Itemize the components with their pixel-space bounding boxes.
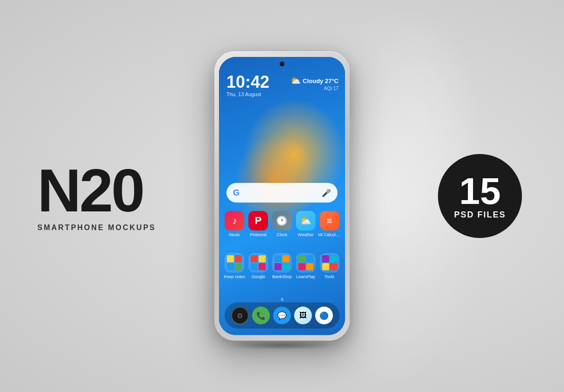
folder-bankshop[interactable]: BankShop	[271, 253, 293, 279]
google-logo: G	[233, 188, 240, 198]
dock-phone[interactable]: 📞	[252, 307, 270, 324]
folder-google[interactable]: Google	[247, 253, 269, 279]
app-icon-pinterest: P	[248, 211, 268, 231]
right-badge-block: 15 PSD FILES	[438, 154, 522, 238]
folder-label-learnplay: LearnPlay	[296, 274, 316, 279]
phone-body: 10:42 Thu, 13 August ⛅ Cloudy 27°C AQI 1…	[214, 51, 350, 341]
folder-learnplay[interactable]: LearnPlay	[295, 253, 317, 279]
app-item-weather[interactable]: ⛅ Weather	[295, 211, 317, 237]
dock-camera[interactable]: ⊙	[231, 307, 249, 324]
badge-number: 15	[459, 173, 501, 210]
app-label-clock: Clock	[271, 232, 293, 237]
power-button	[350, 117, 351, 142]
apps-row: ♪ Music P Pinterest 🕐 Clock	[223, 211, 341, 237]
app-icon-calc: ≡	[320, 211, 339, 231]
folder-icon-tools	[320, 253, 339, 273]
front-camera	[280, 62, 284, 66]
folder-label-bankshop: BankShop	[272, 274, 292, 279]
weather-aqi: AQI 17	[290, 86, 338, 91]
swipe-indicator: ∧	[280, 296, 284, 302]
product-subtitle: SMARTPHONE MOCKUPS	[37, 224, 156, 232]
dock-chrome[interactable]: 🔵	[315, 307, 333, 324]
phone-shadow	[228, 341, 336, 350]
folder-keepnotes[interactable]: Keep notes	[223, 253, 246, 279]
dock-gallery[interactable]: 🖼	[294, 307, 312, 324]
app-label-music: Music	[223, 232, 246, 237]
app-item-music[interactable]: ♪ Music	[223, 211, 246, 237]
app-label-weather: Weather	[295, 232, 317, 237]
folder-icon-learnplay	[296, 253, 316, 273]
time-block: 10:42 Thu, 13 August	[226, 74, 269, 97]
folder-icon-google	[248, 253, 268, 273]
clock-date: Thu, 13 August	[226, 91, 269, 97]
folders-row: Keep notes Google	[223, 253, 341, 279]
folder-label-keepnotes: Keep notes	[224, 274, 246, 279]
weather-block: ⛅ Cloudy 27°C AQI 17	[290, 76, 338, 91]
volume-button	[350, 149, 351, 168]
dock: ⊙ 📞 💬 🖼 🔵	[225, 302, 339, 329]
folder-label-tools: Tools	[324, 274, 334, 279]
app-item-pinterest[interactable]: P Pinterest	[247, 211, 269, 237]
app-label-calc: Mi Calcula...	[318, 232, 341, 237]
phone-wrapper: 10:42 Thu, 13 August ⛅ Cloudy 27°C AQI 1…	[214, 51, 350, 341]
product-name: N20	[37, 160, 156, 221]
app-item-clock[interactable]: 🕐 Clock	[271, 211, 293, 237]
folder-tools[interactable]: Tools	[318, 253, 341, 279]
dock-messages[interactable]: 💬	[273, 307, 291, 324]
left-title-block: N20 SMARTPHONE MOCKUPS	[37, 160, 156, 232]
weather-icon: ⛅	[290, 76, 301, 86]
search-bar[interactable]: G 🎤	[226, 183, 338, 203]
folder-label-google: Google	[252, 274, 265, 279]
clock-time: 10:42	[226, 74, 269, 91]
badge-label: PSD FILES	[454, 210, 506, 220]
app-icon-clock: 🕐	[272, 211, 292, 231]
folder-icon-bankshop	[272, 253, 292, 273]
app-icon-weather: ⛅	[296, 211, 316, 231]
weather-temp: Cloudy 27°C	[303, 77, 338, 84]
weather-row: ⛅ Cloudy 27°C	[290, 76, 338, 86]
app-item-calc[interactable]: ≡ Mi Calcula...	[318, 211, 341, 237]
app-icon-music: ♪	[225, 211, 244, 231]
app-label-pinterest: Pinterest	[247, 232, 269, 237]
badge-circle: 15 PSD FILES	[438, 154, 522, 238]
phone-screen: 10:42 Thu, 13 August ⛅ Cloudy 27°C AQI 1…	[219, 57, 345, 335]
folder-icon-keepnotes	[225, 253, 244, 273]
mic-icon[interactable]: 🎤	[322, 189, 331, 197]
